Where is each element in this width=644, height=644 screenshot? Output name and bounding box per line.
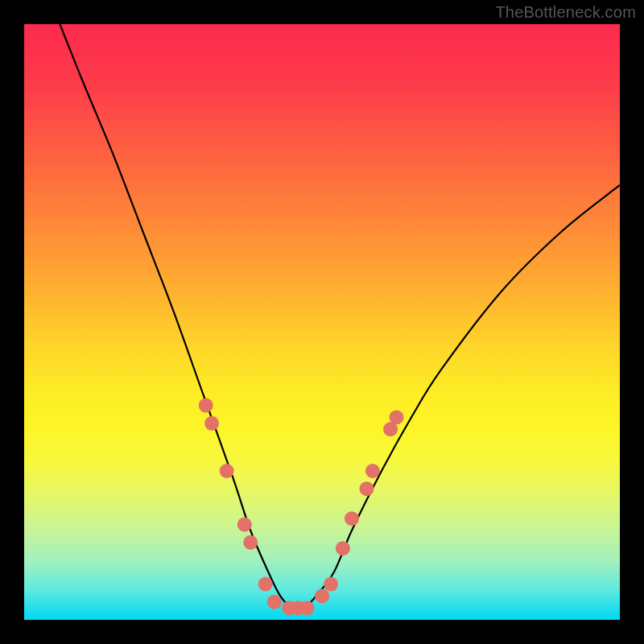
data-marker <box>324 577 338 592</box>
data-marker <box>345 511 359 526</box>
bottleneck-curve <box>60 24 620 609</box>
chart-frame: TheBottleneck.com <box>0 0 644 644</box>
data-marker <box>204 416 219 431</box>
data-marker <box>267 595 282 609</box>
data-marker <box>390 410 404 424</box>
plot-area <box>24 24 620 620</box>
data-marker <box>336 541 350 555</box>
watermark-text: TheBottleneck.com <box>495 3 636 22</box>
data-marker <box>300 601 315 615</box>
data-marker <box>243 535 258 550</box>
data-marker <box>315 588 329 603</box>
data-marker <box>360 481 374 496</box>
data-marker <box>258 577 273 592</box>
chart-svg <box>24 24 620 620</box>
data-marker <box>199 398 213 413</box>
data-marker <box>365 464 380 478</box>
data-marker <box>237 518 252 532</box>
marker-group <box>199 398 404 616</box>
data-marker <box>220 464 234 478</box>
